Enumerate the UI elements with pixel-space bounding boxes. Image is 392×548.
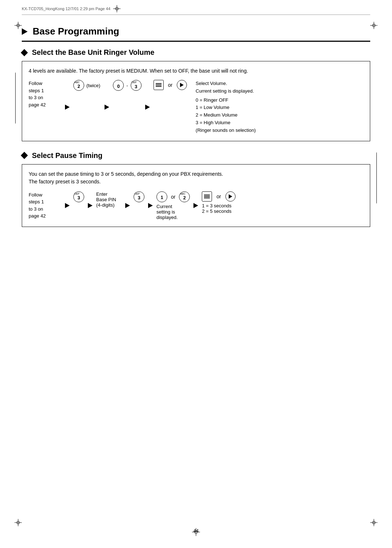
section2-arrow2 [88, 203, 93, 208]
crosshair-bottom-right [370, 519, 377, 526]
header-crosshair [113, 5, 121, 12]
section2-key1-group: DEF 3 [73, 191, 84, 202]
page-container: KX-TCD705_HongKong 12/7/01 2:29 pm Page … [0, 0, 392, 548]
crosshair-tr-svg [370, 22, 377, 29]
section1-key1: ABC 2 [73, 80, 84, 91]
section2-key4-small: ABC [180, 192, 185, 195]
info-line-0: 0 = Ringer OFF [196, 97, 256, 104]
section1-nav-arrow [180, 83, 184, 87]
section2-key2-main: 3 [138, 195, 140, 200]
crosshair-tl-svg [15, 22, 22, 29]
section1-arrow3 [145, 105, 150, 110]
bottom-crosshair-svg [192, 528, 200, 536]
section2-key1-small: DEF [74, 192, 79, 195]
menu-line-1 [156, 83, 162, 84]
section2-or1: or [171, 194, 175, 200]
section2-keys-or: 1 or ABC 2 [156, 191, 190, 202]
section2-menu-line-1 [204, 195, 210, 195]
section1-steps-row: Follow steps 1 to 3 on page 42 ABC 2 (tw… [29, 80, 363, 134]
section2-or2: or [216, 194, 221, 199]
section1-menu-key [154, 80, 164, 90]
section2-enter-pin-text: Enter Base PIN (4-digits) [96, 191, 116, 208]
section2-option-2: 2 = 5 seconds [202, 208, 231, 214]
section1-select-volume: Select Volume.Current setting is display… [196, 81, 254, 94]
menu-line-3 [156, 86, 162, 87]
section2-key3: 1 [156, 191, 167, 202]
bottom-crosshair [192, 528, 200, 537]
section1-key-range-start: 0 [113, 80, 124, 91]
section1-arrow1 [65, 105, 70, 110]
section2-key2-small: DEF [135, 192, 140, 195]
section1-info-lines: 0 = Ringer OFF 1 = Low Volume 2 = Medium… [196, 97, 256, 134]
crosshair-bottom-left [15, 519, 22, 526]
info-line-1: 1 = Low Volume [196, 104, 256, 111]
section2-final-group: or 1 = 3 seconds 2 = 5 seconds [202, 191, 235, 214]
section2-diamond [21, 152, 28, 159]
section1-diamond [21, 49, 28, 56]
section2-option-1: 1 = 3 seconds [202, 203, 231, 208]
section2-arrow3 [125, 203, 130, 208]
section2-key4-main: 2 [183, 195, 186, 200]
section2-enter-pin: Enter Base PIN (4-digits) [96, 191, 122, 208]
section1-key1-small: ABC [74, 81, 79, 84]
section1-follow-text: Follow steps 1 to 3 on page 42 [29, 80, 46, 108]
section1-key1-group: ABC 2 (twice) [73, 80, 101, 91]
main-title-text: Base Programming [33, 26, 119, 37]
main-title: Base Programming [22, 26, 370, 42]
section1-range-start-main: 0 [117, 84, 120, 89]
info-line-2: 2 = Medium Volume [196, 111, 256, 119]
section2-arrow4 [148, 203, 153, 208]
section2-nav-arrow [229, 194, 232, 199]
header-text: KX-TCD705_HongKong 12/7/01 2:29 pm Page … [22, 7, 110, 11]
section2-box: You can set the pause timing to 3 or 5 s… [22, 164, 370, 227]
section2-nav-key [225, 191, 236, 202]
section1-range-end-main: 3 [135, 84, 137, 89]
side-line-right [376, 153, 377, 203]
section1-description: 4 levels are available. The factory pres… [29, 67, 363, 75]
section2-description: You can set the pause timing to 3 or 5 s… [29, 170, 363, 186]
section1-info-title: Select Volume.Current setting is display… [196, 80, 256, 95]
section2-menu-or-nav: or [202, 191, 235, 202]
section1-title-container: Select the Base Unit Ringer Volume [22, 48, 370, 57]
section1-title: Select the Base Unit Ringer Volume [32, 48, 155, 57]
section2-options: 1 = 3 seconds 2 = 5 seconds [202, 203, 231, 214]
section1-key1-main: 2 [77, 84, 80, 89]
section1-box: 4 levels are available. The factory pres… [22, 61, 370, 141]
section2-key1: DEF 3 [73, 191, 84, 202]
section2-key4: ABC 2 [179, 191, 190, 202]
section2-title-container: Select Pause Timing [22, 151, 370, 160]
section2-key2-group: DEF 3 [134, 191, 144, 202]
section1-info-block: Select Volume.Current setting is display… [196, 80, 256, 134]
section1-twice: (twice) [86, 83, 100, 88]
section2-follow: Follow steps 1 to 3 on page 42 [29, 191, 61, 220]
section1-menu-or-nav: or [154, 80, 187, 90]
section2-title: Select Pause Timing [32, 151, 102, 160]
section2-key1-main: 3 [77, 195, 80, 200]
section1-dash: - [126, 83, 128, 88]
side-line-left [15, 73, 16, 123]
section2-arrow5 [193, 203, 198, 208]
section2-arrow1 [65, 203, 70, 208]
section2-current-setting: Current setting is displayed. [156, 204, 178, 220]
menu-line-2 [156, 85, 162, 85]
crosshair-br-svg [370, 519, 377, 526]
section2-menu-line-3 [204, 198, 210, 198]
crosshair-bl-svg [15, 519, 22, 526]
section1-follow: Follow steps 1 to 3 on page 42 [29, 80, 61, 108]
section2-key3-or-group: 1 or ABC 2 Current setting is displayed. [156, 191, 190, 220]
section1-range-group: 0 - DEF 3 [113, 80, 141, 91]
section2-menu-key [202, 191, 212, 202]
info-line-4: (Ringer sounds on selection) [196, 127, 256, 134]
main-content: Base Programming Select the Base Unit Ri… [22, 15, 370, 227]
section1-or: or [168, 82, 172, 88]
section2-menu-line-2 [204, 196, 210, 197]
section2-key2: DEF 3 [134, 191, 144, 202]
page-header: KX-TCD705_HongKong 12/7/01 2:29 pm Page … [22, 0, 370, 15]
info-line-3: 3 = High Volume [196, 119, 256, 127]
section1-arrow2 [105, 105, 109, 110]
section2-key3-main: 1 [160, 195, 163, 200]
section1-nav-key [177, 80, 187, 90]
section1-key-range-end: DEF 3 [131, 80, 142, 91]
main-title-arrow [22, 28, 28, 35]
section1-range-end-small: DEF [132, 81, 137, 84]
